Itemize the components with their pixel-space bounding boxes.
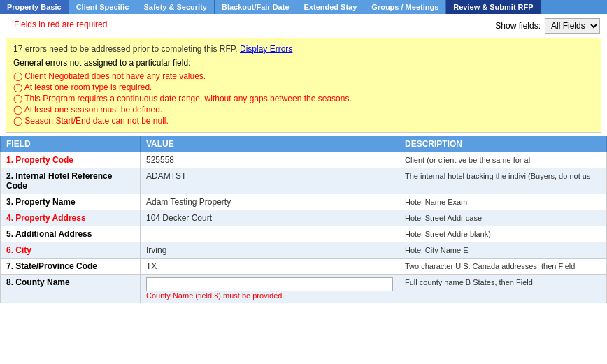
field-desc-6: Two character U.S. Canada addresses, the… xyxy=(399,259,607,275)
tab-safety-security[interactable]: Safety & Security xyxy=(136,0,214,14)
required-note: Fields in red are required xyxy=(7,20,114,32)
tab-blackout-fair-date[interactable]: Blackout/Fair Date xyxy=(215,0,297,14)
col-header-field: FIELD xyxy=(1,136,141,152)
field-table: FIELD VALUE DESCRIPTION 1. Property Code… xyxy=(0,136,607,303)
field-desc-7: Full county name B States, then Field xyxy=(399,275,607,303)
field-desc-2: Hotel Name Exam xyxy=(399,194,607,210)
field-value-1: ADAMTST xyxy=(141,168,399,194)
tab-review-submit[interactable]: Review & Submit RFP xyxy=(446,0,541,14)
error-title: General errors not assigned to a particu… xyxy=(13,58,594,68)
field-value-6: TX xyxy=(141,259,399,275)
tab-property-basic[interactable]: Property Basic xyxy=(0,0,69,14)
show-fields-container: Show fields: All Fields xyxy=(495,18,600,34)
col-header-description: DESCRIPTION xyxy=(399,136,607,152)
field-value-7: County Name (field 8) must be provided. xyxy=(141,275,399,303)
field-value-3: 104 Decker Court xyxy=(141,210,399,226)
field-value-text-2: Adam Testing Property xyxy=(146,197,231,207)
field-value-text-6: TX xyxy=(146,261,157,271)
field-desc-5: Hotel City Name E xyxy=(399,242,607,259)
field-desc-1: The internal hotel tracking the indivi (… xyxy=(399,168,607,194)
field-name-3: 4. Property Address xyxy=(6,213,86,223)
county-error-msg: County Name (field 8) must be provided. xyxy=(146,291,393,300)
error-list: Client Negotiated does not have any rate… xyxy=(13,71,594,126)
field-desc-0: Client (or client ve be the same for all xyxy=(399,152,607,168)
tab-client-specific[interactable]: Client Specific xyxy=(69,0,137,14)
field-value-text-0: 525558 xyxy=(146,155,174,165)
tab-extended-stay[interactable]: Extended Stay xyxy=(297,0,365,14)
field-desc-4: Hotel Street Addre blank) xyxy=(399,226,607,242)
field-name-2: 3. Property Name xyxy=(6,197,76,207)
field-value-text-1: ADAMTST xyxy=(146,171,186,181)
field-value-4 xyxy=(141,226,399,242)
field-value-2: Adam Testing Property xyxy=(141,194,399,210)
field-value-0: 525558 xyxy=(141,152,399,168)
error-count-text: 17 errors need to be addressed prior to … xyxy=(13,44,238,54)
field-name-6: 7. State/Province Code xyxy=(6,261,97,271)
show-fields-select[interactable]: All Fields xyxy=(545,18,600,34)
error-banner: 17 errors need to be addressed prior to … xyxy=(6,38,601,133)
field-value-text-3: 104 Decker Court xyxy=(146,213,212,223)
error-item-2: This Program requires a continuous date … xyxy=(13,93,594,104)
error-item-0: Client Negotiated does not have any rate… xyxy=(13,71,594,82)
field-name-4: 5. Additional Address xyxy=(6,229,92,239)
field-name-1: 2. Internal Hotel Reference Code xyxy=(6,171,112,191)
field-name-5: 6. City xyxy=(6,245,31,255)
display-errors-link[interactable]: Display Errors xyxy=(240,44,292,54)
show-fields-label: Show fields: xyxy=(495,21,541,31)
field-value-text-5: Irving xyxy=(146,245,166,255)
county-name-input[interactable] xyxy=(146,277,393,291)
field-name-7: 8. County Name xyxy=(6,277,70,287)
error-count-row: 17 errors need to be addressed prior to … xyxy=(13,44,594,54)
error-item-4: Season Start/End date can not be null. xyxy=(13,115,594,126)
error-item-1: At least one room type is required. xyxy=(13,82,594,93)
field-desc-3: Hotel Street Addr case. xyxy=(399,210,607,226)
col-header-value: VALUE xyxy=(141,136,399,152)
error-item-3: At least one season must be defined. xyxy=(13,104,594,115)
field-value-5: Irving xyxy=(141,242,399,259)
tab-groups-meetings[interactable]: Groups / Meetings xyxy=(364,0,446,14)
field-name-0: 1. Property Code xyxy=(6,155,73,165)
tab-bar: Property Basic Client Specific Safety & … xyxy=(0,0,607,14)
